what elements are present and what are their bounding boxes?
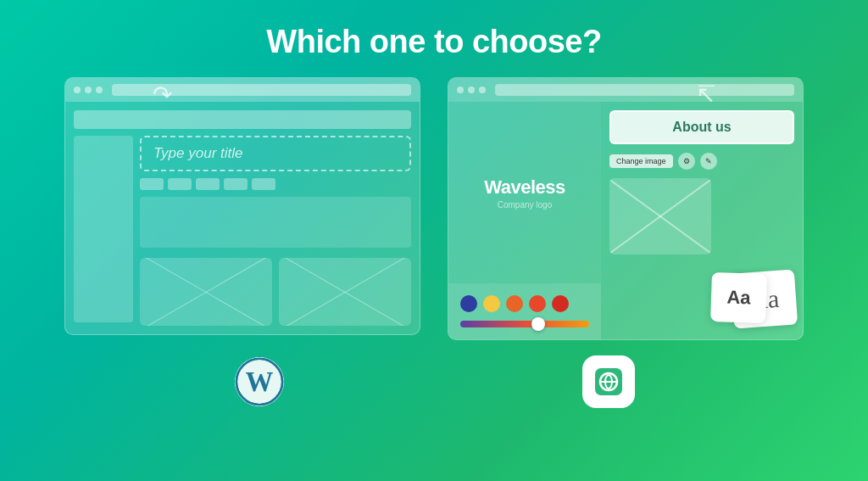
wl-slider-thumb[interactable]	[531, 317, 545, 331]
wl-color-panel	[448, 283, 601, 339]
arrow-left-icon: ↷	[153, 81, 172, 109]
color-swatch-yellow[interactable]	[483, 295, 500, 312]
wordpress-browser: Type your title	[64, 77, 420, 335]
page-title: Which one to choose?	[266, 24, 601, 60]
browser-dot-1	[74, 87, 81, 93]
browser-url-bar-wl	[495, 84, 794, 96]
wl-right-panel: About us Change image ⚙ ✎ Aa Aa	[601, 102, 803, 339]
wl-font-card-sans: Aa	[710, 272, 767, 323]
wl-left-panel: Waveless Company logo	[448, 102, 601, 339]
wl-change-image-button[interactable]: Change image	[609, 154, 673, 168]
browser-dot-3	[96, 87, 103, 93]
wp-editor-area[interactable]	[140, 197, 411, 248]
wp-body: Type your title	[74, 136, 411, 326]
wl-edit-icon[interactable]: ✎	[700, 153, 717, 170]
wp-nav-bar	[74, 110, 411, 129]
waveless-icon	[582, 355, 635, 408]
wl-color-slider[interactable]	[460, 321, 589, 327]
panels-row: Type your title	[0, 77, 868, 340]
color-swatch-red-orange[interactable]	[529, 295, 546, 312]
wl-logo-area: Waveless Company logo	[448, 102, 601, 283]
wp-title-placeholder: Type your title	[153, 145, 243, 162]
wp-tool-btn-4[interactable]	[224, 178, 248, 190]
wp-toolbar	[140, 178, 411, 190]
wl-color-swatches	[460, 295, 589, 312]
color-swatch-blue[interactable]	[460, 295, 477, 312]
wp-title-input[interactable]: Type your title	[140, 136, 411, 171]
wp-tool-btn-3[interactable]	[196, 178, 220, 190]
browser-bar-wp	[65, 78, 420, 102]
wp-main-area: Type your title	[140, 136, 411, 326]
color-swatch-red[interactable]	[552, 295, 569, 312]
svg-text:W: W	[246, 366, 274, 397]
wl-about-label: About us	[672, 120, 731, 135]
wp-image-cards	[140, 258, 411, 326]
browser-dot-wl-1	[457, 87, 464, 93]
wp-image-card-1	[140, 258, 272, 326]
wl-about-button[interactable]: About us	[609, 110, 794, 144]
bottom-icons-row: W	[0, 355, 868, 408]
waveless-browser: Waveless Company logo	[448, 77, 804, 340]
waveless-logo-svg	[592, 365, 626, 399]
wl-image-placeholder	[609, 178, 711, 254]
wl-logo-subtitle: Company logo	[498, 200, 552, 210]
wp-tool-btn-5[interactable]	[252, 178, 275, 190]
color-swatch-orange[interactable]	[506, 295, 523, 312]
browser-dot-2	[85, 87, 92, 93]
wl-logo-name: Waveless	[484, 176, 565, 199]
wordpress-icon: W	[233, 355, 286, 408]
browser-dot-wl-2	[468, 87, 475, 93]
wp-content: Type your title	[65, 102, 420, 334]
wl-settings-icon[interactable]: ⚙	[678, 153, 695, 170]
wp-image-card-2	[279, 258, 411, 326]
wp-tool-btn-1[interactable]	[140, 178, 164, 190]
wl-change-image-label: Change image	[616, 157, 666, 165]
waveless-content: Waveless Company logo	[448, 102, 803, 339]
wp-sidebar	[74, 136, 133, 322]
browser-dot-wl-3	[479, 87, 486, 93]
wl-image-controls: Change image ⚙ ✎	[609, 153, 794, 170]
wl-font-sans-text: Aa	[726, 287, 751, 310]
browser-bar-wl	[448, 78, 803, 102]
wp-tool-btn-2[interactable]	[168, 178, 192, 190]
wl-font-cards: Aa Aa	[732, 271, 796, 327]
